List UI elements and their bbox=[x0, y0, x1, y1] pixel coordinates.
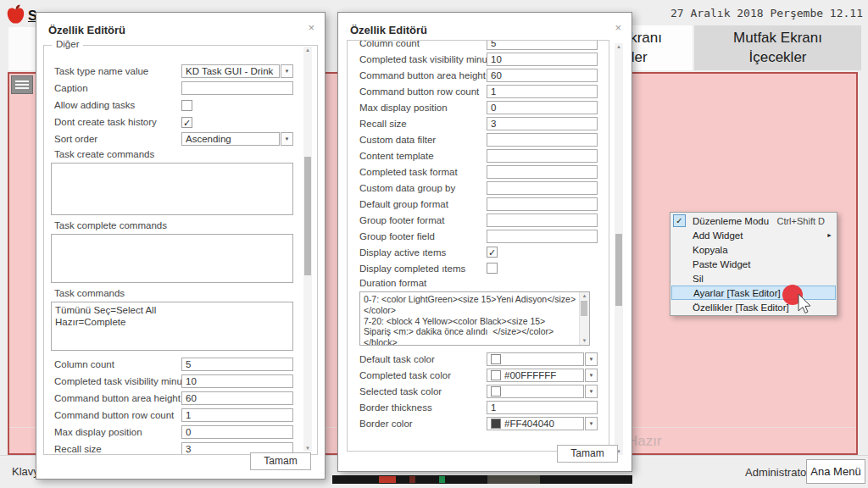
field-label-sort-order: Sort order bbox=[54, 134, 181, 144]
property-row: Max display position0 bbox=[359, 99, 598, 115]
property-row: Content template bbox=[359, 147, 598, 164]
scroll-down-icon[interactable]: ▼ bbox=[580, 338, 589, 344]
field-label-completed-task-color: Completed task color bbox=[359, 370, 487, 380]
input-command-button-area-height[interactable]: 60 bbox=[487, 69, 598, 82]
dialog-scrollbar[interactable]: ▲ ▼ bbox=[615, 43, 623, 455]
property-row: Command button row count1 bbox=[359, 83, 598, 99]
menu-item-add-widget[interactable]: Add Widget► bbox=[670, 228, 837, 242]
field-label-command-button-row-count: Command button row count bbox=[359, 86, 487, 97]
input-caption[interactable] bbox=[181, 81, 293, 95]
color-input-selected-task-color[interactable] bbox=[487, 385, 584, 398]
color-swatch bbox=[491, 386, 501, 396]
property-row: Custom data filter bbox=[359, 131, 598, 147]
input-command-button-row-count[interactable]: 1 bbox=[181, 408, 293, 422]
scroll-up-icon[interactable]: ▲ bbox=[580, 293, 589, 299]
property-editor-dialog-right: Özellik Editörü × Column count5Completed… bbox=[337, 12, 632, 472]
scroll-thumb[interactable] bbox=[304, 157, 311, 275]
hamburger-menu-icon[interactable] bbox=[11, 75, 33, 94]
input-command-button-area-height[interactable]: 60 bbox=[181, 391, 293, 405]
property-group: Column count5Completed task visibility m… bbox=[347, 40, 609, 452]
input-default-group-format[interactable] bbox=[487, 197, 598, 211]
dropdown-arrow-icon[interactable]: ▼ bbox=[585, 385, 598, 398]
input-completed-task-format[interactable] bbox=[487, 165, 598, 179]
scroll-down-icon[interactable]: ▼ bbox=[303, 446, 312, 451]
input-border-thickness[interactable]: 1 bbox=[487, 401, 598, 414]
property-editor-dialog-left: Özellik Editörü × Diğer Task type name v… bbox=[36, 12, 326, 480]
input-custom-data-group-by[interactable] bbox=[487, 181, 598, 195]
field-label-task-complete-commands: Task complete commands bbox=[54, 220, 293, 233]
field-label-command-button-row-count: Command button row count bbox=[54, 410, 181, 420]
dropdown-arrow-icon[interactable]: ▼ bbox=[585, 352, 598, 366]
field-label-display-completed-tems: Display completed ıtems bbox=[359, 263, 487, 274]
sambapos-logo: S bbox=[5, 3, 37, 26]
checkbox-dont-create-task-history[interactable]: ✓ bbox=[181, 117, 192, 128]
input-content-template[interactable] bbox=[487, 149, 598, 163]
checkbox-display-completed-tems[interactable] bbox=[487, 263, 498, 274]
field-label-max-display-position: Max display position bbox=[54, 427, 181, 437]
dialog-scrollbar[interactable]: ▲ ▼ bbox=[303, 47, 312, 452]
menu-item-kopyala[interactable]: Kopyala bbox=[670, 242, 837, 257]
scroll-thumb[interactable] bbox=[615, 234, 622, 306]
textarea-duration-format[interactable]: 0-7: <color LightGreen><size 15>Yeni Adi… bbox=[359, 291, 590, 346]
property-group: Task type name valueKD Task GUI - Drink▼… bbox=[43, 45, 318, 455]
dropdown-arrow-icon[interactable]: ▼ bbox=[585, 369, 598, 382]
input-max-display-position[interactable]: 0 bbox=[487, 101, 598, 114]
dropdown-arrow-icon[interactable]: ▼ bbox=[585, 417, 598, 430]
input-group-footer-format[interactable] bbox=[487, 214, 598, 227]
ok-button[interactable]: Tamam bbox=[557, 445, 618, 463]
input-group-footer-field[interactable] bbox=[487, 230, 598, 243]
menu-item-label: Add Widget bbox=[693, 230, 743, 241]
dropdown-arrow-icon[interactable]: ▼ bbox=[281, 132, 293, 146]
property-row: Command button row count1 bbox=[54, 407, 293, 424]
input-custom-data-filter[interactable] bbox=[487, 133, 598, 147]
property-row: Caption bbox=[54, 80, 293, 97]
scroll-up-icon[interactable]: ▲ bbox=[303, 47, 312, 53]
field-label-task-type-name-value: Task type name value bbox=[54, 66, 181, 76]
dropdown-task-type-name-value[interactable]: KD Task GUI - Drink bbox=[181, 64, 280, 78]
submenu-arrow-icon: ► bbox=[826, 232, 832, 238]
input-max-display-position[interactable]: 0 bbox=[181, 425, 293, 439]
menu-shortcut: Ctrl+Shift D bbox=[776, 216, 837, 226]
close-icon[interactable]: × bbox=[308, 21, 314, 34]
scroll-thumb[interactable] bbox=[581, 301, 587, 316]
color-input-default-task-color[interactable] bbox=[487, 352, 584, 366]
mouse-cursor bbox=[776, 280, 815, 319]
field-label-task-commands: Task commands bbox=[54, 288, 293, 301]
field-label-border-color: Border color bbox=[359, 419, 487, 429]
screen-button-line2: İçecekler bbox=[748, 48, 806, 68]
checkbox-allow-adding-tasks[interactable] bbox=[181, 100, 192, 111]
menu-item-paste-widget[interactable]: Paste Widget bbox=[670, 257, 837, 271]
close-icon[interactable]: × bbox=[615, 21, 621, 34]
input-recall-size[interactable]: 3 bbox=[487, 117, 598, 130]
property-row: Border color#FF404040▼ bbox=[359, 415, 598, 431]
property-row: Selected task color▼ bbox=[359, 383, 598, 399]
ok-button[interactable]: Tamam bbox=[250, 452, 311, 470]
screen-button-icecekler[interactable]: Mutfak Ekranı İçecekler bbox=[694, 25, 861, 70]
os-taskbar-sliver bbox=[332, 475, 632, 484]
input-column-count[interactable]: 5 bbox=[487, 40, 598, 50]
main-menu-button[interactable]: Ana Menü bbox=[806, 459, 865, 484]
menu-item-label: Özellikler [Task Editor] bbox=[693, 302, 789, 313]
textarea-scrollbar[interactable]: ▲▼ bbox=[579, 292, 589, 345]
checkbox-display-active-tems[interactable]: ✓ bbox=[487, 247, 498, 258]
field-label-recall-size: Recall size bbox=[54, 444, 181, 454]
input-completed-task-visibility-minutes[interactable]: 10 bbox=[487, 53, 598, 66]
scroll-up-icon[interactable]: ▲ bbox=[615, 44, 623, 49]
field-label-content-template: Content template bbox=[359, 151, 487, 161]
textarea-task-complete-commands[interactable] bbox=[51, 234, 293, 283]
dropdown-sort-order[interactable]: Ascending bbox=[181, 132, 280, 146]
textarea-task-create-commands[interactable] bbox=[51, 163, 293, 215]
menu-item-label: Sil bbox=[693, 274, 704, 284]
color-input-border-color[interactable]: #FF404040 bbox=[487, 417, 584, 430]
field-label-column-count: Column count bbox=[359, 40, 487, 48]
field-value: #FF404040 bbox=[504, 419, 554, 429]
color-input-completed-task-color[interactable]: #00FFFFFF bbox=[487, 369, 584, 382]
input-command-button-row-count[interactable]: 1 bbox=[487, 85, 598, 98]
property-row: Task type name valueKD Task GUI - Drink▼ bbox=[54, 63, 293, 80]
input-column-count[interactable]: 5 bbox=[181, 358, 293, 371]
dropdown-arrow-icon[interactable]: ▼ bbox=[281, 64, 293, 78]
textarea-task-commands[interactable]: Tümünü Seç=Select All Hazır=Complete bbox=[51, 302, 293, 351]
input-completed-task-visibility-minutes[interactable]: 10 bbox=[181, 374, 293, 388]
menu-item-d-zenleme-modu[interactable]: ✓Düzenleme ModuCtrl+Shift D bbox=[670, 214, 837, 228]
field-value: KD Task GUI - Drink bbox=[186, 66, 273, 76]
